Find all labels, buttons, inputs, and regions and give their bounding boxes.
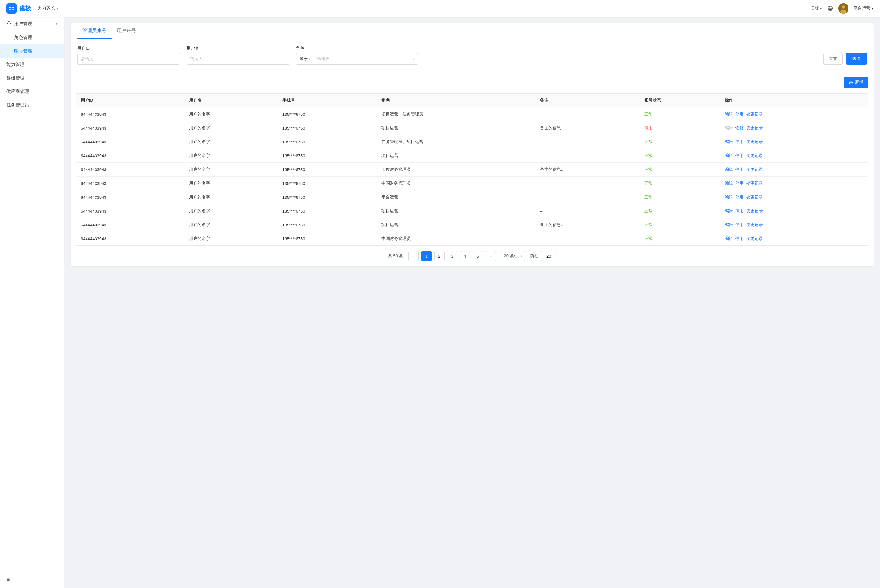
- cell-id: 64444433943: [76, 177, 184, 190]
- breadcrumb[interactable]: 大力家长 ▾: [37, 6, 58, 11]
- table-row: 64444433943 用户的名字 135****6750 项目运营 备注的信息…: [76, 218, 868, 232]
- action-变更记录[interactable]: 变更记录: [746, 167, 763, 172]
- action-停用[interactable]: 停用: [735, 208, 744, 213]
- page-size-select[interactable]: 20 条/页 ▾: [501, 251, 525, 261]
- cell-id: 64444433943: [76, 135, 184, 149]
- language-btn[interactable]: [827, 6, 833, 11]
- sidebar-label-task-admin: 任务管理员: [6, 102, 29, 108]
- username-input[interactable]: [187, 53, 289, 64]
- sidebar-item-task-admin[interactable]: 任务管理员: [0, 98, 64, 112]
- action-编辑[interactable]: 编辑: [725, 222, 733, 227]
- action-sep: [734, 167, 735, 172]
- action-变更记录[interactable]: 变更记录: [746, 153, 763, 158]
- sidebar-footer[interactable]: ≡: [0, 571, 64, 588]
- action-变更记录[interactable]: 变更记录: [746, 181, 763, 186]
- username-field: 用户名: [187, 45, 289, 64]
- cell-remark: –: [535, 204, 640, 218]
- action-编辑[interactable]: 编辑: [725, 167, 733, 172]
- table-row: 64444433943 用户的名字 135****6750 项目运营、任务管理员…: [76, 107, 868, 121]
- user-id-input[interactable]: [77, 53, 180, 64]
- cell-actions: 编辑 停用 变更记录: [720, 190, 868, 204]
- action-停用[interactable]: 停用: [735, 236, 744, 241]
- search-panel: 用户ID 用户名 角色 等于 ▾: [71, 39, 874, 71]
- user-id-field: 用户ID: [77, 45, 180, 64]
- sidebar-label-role-mgmt: 角色管理: [14, 35, 32, 40]
- action-sep: [744, 195, 745, 200]
- add-button[interactable]: ⊕ 新增: [844, 76, 868, 88]
- tab-user-account[interactable]: 用户账号: [112, 23, 141, 39]
- page-5-btn[interactable]: 5: [473, 251, 483, 261]
- sidebar-label-user-mgmt: 用户管理: [14, 21, 32, 27]
- svg-rect-3: [12, 9, 14, 10]
- cell-role: 项目运营: [377, 149, 535, 163]
- next-page-btn[interactable]: ›: [486, 251, 496, 261]
- action-停用[interactable]: 停用: [735, 112, 744, 117]
- reset-button[interactable]: 重置: [823, 53, 843, 64]
- action-编辑[interactable]: 编辑: [725, 236, 733, 241]
- page-2-btn[interactable]: 2: [434, 251, 445, 261]
- action-停用[interactable]: 停用: [735, 167, 744, 172]
- col-user-id: 用户ID: [76, 94, 184, 107]
- breadcrumb-text: 大力家长: [37, 6, 55, 11]
- action-编辑[interactable]: 编辑: [725, 126, 733, 130]
- action-变更记录[interactable]: 变更记录: [746, 222, 763, 227]
- tab-admin-account[interactable]: 管理员账号: [77, 23, 112, 39]
- action-变更记录[interactable]: 变更记录: [746, 208, 763, 213]
- page-4-btn[interactable]: 4: [460, 251, 470, 261]
- action-恢复[interactable]: 恢复: [735, 126, 744, 130]
- old-version-btn[interactable]: 旧版 ▾: [811, 6, 822, 11]
- status-badge: 正常: [644, 181, 653, 186]
- cell-phone: 135****6750: [278, 218, 377, 232]
- action-停用[interactable]: 停用: [735, 222, 744, 227]
- user-id-label: 用户ID: [77, 45, 180, 51]
- action-停用[interactable]: 停用: [735, 181, 744, 186]
- action-变更记录[interactable]: 变更记录: [746, 112, 763, 117]
- query-button[interactable]: 查询: [846, 53, 867, 64]
- action-变更记录[interactable]: 变更记录: [746, 126, 763, 130]
- table-row: 64444433943 用户的名字 135****6750 平台运营 – 正常 …: [76, 190, 868, 204]
- action-停用[interactable]: 停用: [735, 139, 744, 144]
- role-select-group: 等于 ▾ 请选择 ▾: [296, 53, 418, 64]
- status-badge: 正常: [644, 195, 653, 200]
- cell-actions: 编辑 停用 变更记录: [720, 218, 868, 232]
- page-1-btn[interactable]: 1: [421, 251, 432, 261]
- action-编辑[interactable]: 编辑: [725, 195, 733, 200]
- cell-phone: 135****6750: [278, 121, 377, 135]
- cell-name: 用户的名字: [184, 149, 278, 163]
- page-goto: 前往: [530, 251, 556, 261]
- status-badge: 正常: [644, 139, 653, 144]
- cell-role: 项目运营、任务管理员: [377, 107, 535, 121]
- prev-page-btn[interactable]: ‹: [408, 251, 419, 261]
- action-变更记录[interactable]: 变更记录: [746, 195, 763, 200]
- logo: 磁极: [6, 3, 31, 14]
- action-编辑[interactable]: 编辑: [725, 208, 733, 213]
- cell-remark: –: [535, 107, 640, 121]
- action-停用[interactable]: 停用: [735, 153, 744, 158]
- svg-rect-0: [9, 7, 11, 8]
- role-value-select[interactable]: 请选择 ▾: [314, 53, 418, 64]
- page-3-btn[interactable]: 3: [447, 251, 457, 261]
- goto-input[interactable]: [541, 251, 556, 261]
- role-operator-select[interactable]: 等于 ▾: [296, 53, 314, 64]
- sidebar-item-supplier-mgmt[interactable]: 供应商管理: [0, 85, 64, 98]
- user-name[interactable]: 平台运营 ▾: [854, 6, 874, 11]
- action-编辑[interactable]: 编辑: [725, 181, 733, 186]
- action-停用[interactable]: 停用: [735, 195, 744, 200]
- action-编辑[interactable]: 编辑: [725, 153, 733, 158]
- action-变更记录[interactable]: 变更记录: [746, 139, 763, 144]
- table-row: 64444433943 用户的名字 135****6750 中国财务管理员 – …: [76, 177, 868, 190]
- sidebar-item-account-mgmt[interactable]: 账号管理: [0, 44, 64, 58]
- action-sep: [744, 139, 745, 144]
- action-编辑[interactable]: 编辑: [725, 139, 733, 144]
- sidebar-item-capability-mgmt[interactable]: 能力管理: [0, 58, 64, 71]
- col-status: 账号状态: [640, 94, 720, 107]
- sidebar-item-user-mgmt[interactable]: 用户管理 ▾: [0, 17, 64, 31]
- plus-icon: ⊕: [849, 80, 853, 86]
- table-row: 64444433943 用户的名字 135****6750 项目运营 备注的信息…: [76, 121, 868, 135]
- cell-status: 停用: [640, 121, 720, 135]
- action-变更记录[interactable]: 变更记录: [746, 236, 763, 241]
- action-sep: [734, 139, 735, 144]
- sidebar-item-role-mgmt[interactable]: 角色管理: [0, 31, 64, 44]
- action-编辑[interactable]: 编辑: [725, 112, 733, 117]
- sidebar-item-group-mgmt[interactable]: 群组管理: [0, 71, 64, 85]
